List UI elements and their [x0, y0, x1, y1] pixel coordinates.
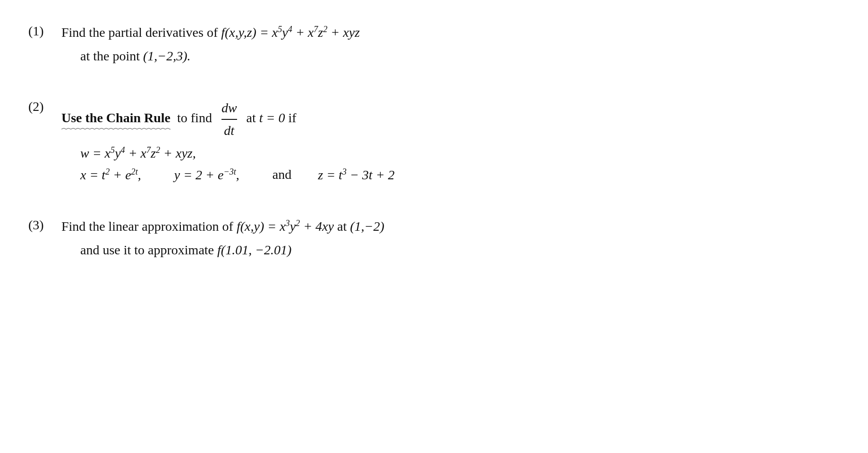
- problem-2-xyz-equations: x = t2 + e2t, y = 2 + e−3t, and z = t3 −…: [80, 167, 840, 182]
- z-equation: z = t3 − 3t + 2: [318, 168, 394, 182]
- x-equation: x = t2 + e2t,: [80, 168, 145, 182]
- t-equals-zero: t = 0: [259, 110, 285, 125]
- fraction-denominator: dt: [224, 120, 234, 141]
- problem-1-function: f(x,y,z) = x5y4 + x7z2 + xyz: [221, 25, 360, 40]
- problem-1-point: (1,−2,3).: [143, 49, 191, 63]
- problem-3-line-2: and use it to approximate f(1.01, −2.01): [80, 240, 840, 260]
- problem-1-body: Find the partial derivatives of f(x,y,z)…: [61, 23, 840, 70]
- problem-3-function: f(x,y) = x3y2 + 4xy: [237, 219, 337, 234]
- dw-dt-fraction: dw dt: [221, 98, 237, 141]
- problem-3-body: Find the linear approximation of f(x,y) …: [61, 217, 840, 264]
- chain-rule-text: Use the Chain Rule: [61, 108, 170, 128]
- problem-3: (3) Find the linear approximation of f(x…: [28, 217, 840, 264]
- fraction-numerator: dw: [221, 98, 237, 120]
- problem-3-approx: f(1.01, −2.01): [217, 243, 291, 257]
- problem-2: (2) Use the Chain Rule to find dw dt at …: [28, 98, 840, 188]
- problem-2-w-equation: w = x5y4 + x7z2 + xyz,: [80, 145, 840, 161]
- problem-2-body: Use the Chain Rule to find dw dt at t = …: [61, 98, 840, 188]
- problem-1-number: (1): [28, 23, 61, 39]
- and-conjunction: and: [272, 168, 291, 182]
- problem-3-line-1: Find the linear approximation of f(x,y) …: [61, 217, 840, 236]
- problem-2-intro-line: Use the Chain Rule to find dw dt at t = …: [61, 98, 840, 141]
- problem-2-number: (2): [28, 98, 61, 114]
- problem-3-point: (1,−2): [350, 219, 384, 234]
- chain-rule-bold: Use the Chain Rule: [61, 110, 170, 125]
- problem-2-equations: w = x5y4 + x7z2 + xyz, x = t2 + e2t, y =…: [80, 145, 840, 183]
- problem-1-line-1: Find the partial derivatives of f(x,y,z)…: [61, 23, 840, 42]
- problem-1-line-2: at the point (1,−2,3).: [80, 46, 840, 66]
- w-function: w = x5y4 + x7z2 + xyz,: [80, 146, 196, 160]
- problem-3-number: (3): [28, 217, 61, 233]
- y-equation: y = 2 + e−3t,: [174, 168, 243, 182]
- problem-1: (1) Find the partial derivatives of f(x,…: [28, 23, 840, 70]
